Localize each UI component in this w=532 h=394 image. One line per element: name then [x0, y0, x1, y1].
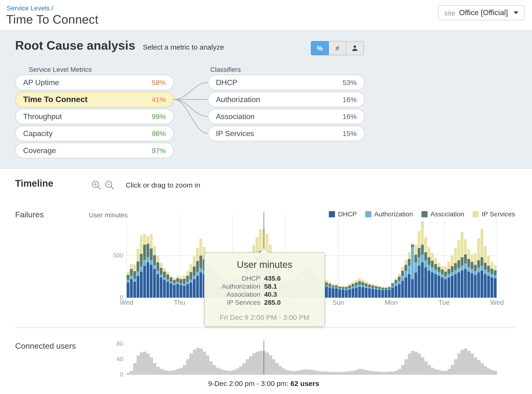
metric-pill-throughput[interactable]: Throughput 99% — [15, 109, 174, 124]
svg-text:Thu: Thu — [174, 299, 185, 306]
svg-text:0: 0 — [120, 294, 123, 301]
zoom-in-icon[interactable] — [91, 180, 102, 190]
failures-label: Failures — [15, 210, 44, 220]
metric-label: Capacity — [23, 129, 53, 138]
root-cause-title: Root Cause analysis — [15, 38, 135, 53]
metric-value: 98% — [152, 130, 166, 137]
chart-tooltip: User minutes DHCP435.6 Authorization58.1… — [204, 252, 325, 327]
classifiers-column-header: Classifiers — [210, 66, 241, 73]
tooltip-row-label: Authorization — [205, 283, 264, 290]
root-cause-title-row: Root Cause analysis Select a metric to a… — [15, 38, 224, 53]
caption-user-count: 62 users — [290, 379, 319, 387]
tooltip-title: User minutes — [205, 259, 325, 270]
metric-value: 97% — [152, 146, 166, 155]
metric-label: Coverage — [23, 146, 56, 155]
zoom-hint-text: Click or drag to zoom in — [126, 181, 200, 189]
metrics-column-header: Service Level Metrics — [29, 66, 92, 73]
svg-text:Wed: Wed — [490, 299, 504, 306]
svg-text:Sun: Sun — [332, 299, 344, 306]
classifier-label: Association — [216, 112, 255, 121]
metric-label: Time To Connect — [23, 95, 88, 104]
tooltip-row-value: 40.3 — [264, 290, 277, 299]
classifier-pill-authorization[interactable]: Authorization 16% — [208, 92, 365, 107]
person-icon — [351, 44, 359, 52]
tooltip-row-value: 58.1 — [264, 283, 277, 290]
caret-down-icon — [514, 11, 518, 14]
svg-text:500: 500 — [114, 252, 123, 259]
classifier-label: IP Services — [216, 129, 254, 138]
classifiers-list: DHCP 53% Authorization 16% Association 1… — [208, 75, 365, 143]
connected-users-label: Connected users — [15, 342, 76, 351]
breadcrumb[interactable]: Service Levels / — [7, 4, 53, 12]
section-divider — [15, 327, 515, 328]
classifier-pill-ip-services[interactable]: IP Services 15% — [208, 126, 365, 141]
site-selector[interactable]: site Office [Official] — [438, 5, 524, 20]
tooltip-row-label: DHCP — [205, 275, 264, 283]
metric-label: Throughput — [23, 112, 62, 121]
classifier-value: 16% — [342, 95, 357, 104]
svg-text:0: 0 — [120, 371, 123, 378]
connected-users-chart[interactable]: 04080 — [114, 335, 506, 378]
classifier-value: 53% — [342, 78, 357, 86]
metric-label: AP Uptime — [23, 78, 59, 87]
root-cause-subtitle: Select a metric to analyze — [143, 43, 224, 51]
svg-text:Mon: Mon — [385, 299, 398, 306]
app: Service Levels / Time To Connect site Of… — [0, 0, 532, 394]
metrics-list: AP Uptime 58% Time To Connect 41% Throug… — [15, 75, 174, 160]
tooltip-time-range: Fri Dec 9 2:00 PM - 3:00 PM — [205, 313, 325, 321]
classifier-value: 15% — [342, 130, 357, 137]
tooltip-rows: DHCP435.6 Authorization58.1 Association4… — [205, 275, 325, 307]
metric-value: 99% — [152, 112, 166, 120]
classifier-label: DHCP — [216, 78, 238, 87]
classifier-pill-dhcp[interactable]: DHCP 53% — [208, 75, 365, 90]
header: Service Levels / Time To Connect site Of… — [0, 0, 532, 31]
svg-text:80: 80 — [116, 340, 123, 347]
metric-classifier-connectors — [170, 73, 212, 175]
page-title: Time To Connect — [6, 12, 98, 27]
metric-pill-coverage[interactable]: Coverage 97% — [15, 143, 174, 158]
site-selector-prefix: site — [444, 9, 455, 17]
metric-pill-time-to-connect[interactable]: Time To Connect 41% — [15, 92, 174, 107]
metric-value: 41% — [152, 95, 166, 104]
timeline-panel: Timeline Click or drag to zoom in Failur… — [0, 169, 532, 394]
svg-text:Tue: Tue — [439, 299, 449, 306]
caption-time-range: 9-Dec 2:00 pm - 3:00 pm: — [208, 379, 291, 387]
site-selector-value: Office [Official] — [459, 9, 508, 17]
classifier-value: 16% — [342, 112, 357, 120]
zoom-out-icon[interactable] — [104, 180, 115, 190]
tooltip-row-label: Association — [205, 290, 264, 299]
timeline-title: Timeline — [15, 178, 53, 189]
metric-pill-capacity[interactable]: Capacity 98% — [15, 126, 174, 141]
count-toggle-button[interactable]: # — [328, 41, 346, 55]
classifier-pill-association[interactable]: Association 16% — [208, 109, 365, 124]
tooltip-row-value: 285.0 — [264, 299, 281, 307]
metric-pill-ap-uptime[interactable]: AP Uptime 58% — [15, 75, 174, 90]
root-cause-panel: Root Cause analysis Select a metric to a… — [0, 31, 532, 169]
percent-toggle-button[interactable]: % — [311, 41, 329, 55]
tooltip-row-label: IP Services — [205, 299, 264, 307]
svg-text:40: 40 — [116, 356, 123, 363]
tooltip-row-value: 435.6 — [264, 275, 281, 283]
classifier-label: Authorization — [216, 95, 260, 104]
users-toggle-button[interactable] — [346, 41, 364, 55]
connected-users-caption: 9-Dec 2:00 pm - 3:00 pm: 62 users — [208, 379, 319, 387]
view-toggle-group: % # — [311, 41, 364, 55]
metric-value: 58% — [152, 78, 166, 86]
